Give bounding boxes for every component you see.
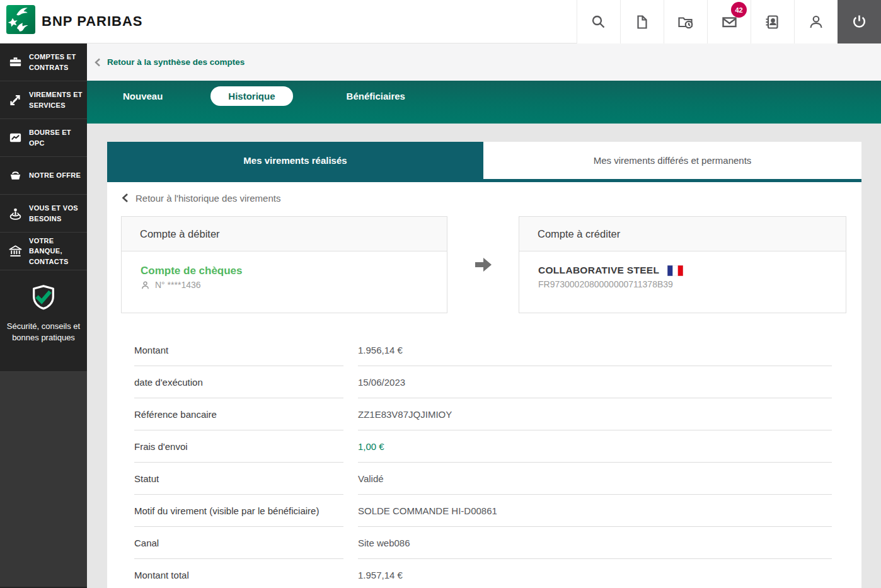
accounts-row: Compte à débiter Compte de chèques N° **… — [121, 216, 861, 313]
sidebar-item-label: VOUS ET VOS BESOINS — [29, 203, 83, 224]
document-icon — [634, 14, 650, 30]
sidebar-item-vous-et-vos-besoins[interactable]: VOUS ET VOS BESOINS — [0, 195, 87, 233]
credit-account-card: Compte à créditer COLLABORATIVE STEEL F — [519, 216, 846, 313]
beneficiary-name: COLLABORATIVE STEEL — [538, 265, 659, 276]
history-folder-button[interactable] — [664, 0, 707, 43]
detail-value: SOLDE COMMANDE HI-D00861 — [358, 495, 832, 527]
detail-row-canal: Canal Site web086 — [134, 527, 861, 559]
mail-badge: 42 — [731, 2, 747, 18]
person-icon — [141, 280, 150, 290]
search-icon — [590, 14, 607, 30]
user-icon — [808, 14, 824, 30]
stock-chart-icon — [8, 130, 23, 145]
sidebar-item-comptes-et-contrats[interactable]: COMPTES ET CONTRATS — [0, 43, 87, 81]
sidebar-footer-panel — [0, 372, 87, 587]
detail-label: Statut — [134, 463, 343, 495]
sidebar-item-bourse-et-opc[interactable]: BOURSE ET OPC — [0, 119, 87, 157]
content-panel: Mes virements réalisés Mes virements dif… — [107, 142, 861, 588]
detail-label: Montant total — [134, 559, 343, 588]
profile-button[interactable] — [794, 0, 838, 43]
bank-icon — [8, 244, 23, 258]
top-header: BNP PARIBAS 42 — [0, 0, 881, 43]
detail-row-date-execution: date d'exécution 15/06/2023 — [134, 366, 861, 398]
breadcrumb: Retour à la synthèse des comptes — [87, 43, 881, 81]
main-area: Retour à la synthèse des comptes Nouveau… — [87, 43, 881, 588]
beneficiary-iban: FR9730002080000000711378B39 — [538, 279, 846, 289]
folder-history-icon — [677, 14, 694, 30]
back-to-accounts-link[interactable]: Retour à la synthèse des comptes — [107, 57, 245, 67]
debit-card-title: Compte à débiter — [122, 217, 447, 251]
tab-virements-realises[interactable]: Mes virements réalisés — [107, 142, 483, 179]
sidebar: COMPTES ET CONTRATS VIREMENTS ET SERVICE… — [0, 43, 87, 588]
messages-button[interactable]: 42 — [707, 0, 751, 43]
transfer-direction — [447, 216, 519, 313]
subnav-item-historique-active[interactable]: Historique — [210, 86, 292, 106]
tab-bar: Mes virements réalisés Mes virements dif… — [107, 142, 861, 182]
detail-row-frais-envoi: Frais d'envoi 1,00 € — [134, 430, 861, 463]
sidebar-item-label: NOTRE OFFRE — [29, 170, 81, 181]
detail-label: Frais d'envoi — [134, 430, 343, 463]
back-to-history-link[interactable]: Retour à l'historique des virements — [121, 191, 861, 205]
search-button[interactable] — [577, 0, 620, 43]
shield-check-icon — [29, 283, 58, 313]
detail-label: Référence bancaire — [134, 398, 343, 430]
detail-value: Validé — [358, 463, 832, 495]
target-person-icon — [8, 206, 23, 221]
chevron-left-icon — [121, 193, 129, 203]
brand-name: BNP PARIBAS — [42, 13, 143, 30]
tab-virements-differes[interactable]: Mes virements différés et permanents — [483, 142, 861, 179]
debit-account-name: Compte de chèques — [141, 265, 447, 277]
detail-row-montant-total: Montant total 1.957,14 € — [134, 559, 861, 588]
detail-label: Montant — [134, 334, 343, 366]
power-icon — [851, 13, 868, 30]
detail-row-reference-bancaire: Référence bancaire ZZ1E83V87JQJIMIOY — [134, 398, 861, 430]
back-link-label: Retour à l'historique des virements — [135, 193, 280, 204]
sidebar-item-virements-et-services[interactable]: VIREMENTS ET SERVICES — [0, 81, 87, 119]
credit-card-title: Compte à créditer — [519, 217, 846, 251]
detail-value: 1,00 € — [358, 430, 832, 463]
content-background: Mes virements réalisés Mes virements dif… — [87, 124, 881, 588]
detail-value: ZZ1E83V87JQJIMIOY — [358, 398, 832, 430]
security-label: Sécurité, conseils et bonnes pratiques — [6, 321, 81, 343]
bnp-logo[interactable] — [6, 5, 35, 34]
sidebar-security-link[interactable]: Sécurité, conseils et bonnes pratiques — [0, 270, 87, 372]
debit-account-card: Compte à débiter Compte de chèques N° **… — [121, 216, 447, 313]
chevron-left-icon — [94, 58, 101, 67]
france-flag-icon — [667, 265, 683, 276]
detail-label: Motif du virement (visible par le bénéfi… — [134, 495, 343, 527]
subnav-item-nouveau[interactable]: Nouveau — [123, 91, 163, 101]
detail-row-montant: Montant 1.956,14 € — [134, 334, 861, 366]
detail-label: date d'exécution — [134, 366, 343, 398]
detail-value: 1.957,14 € — [358, 559, 832, 588]
sidebar-item-votre-banque-contacts[interactable]: VOTRE BANQUE, CONTACTS — [0, 233, 87, 270]
sidebar-item-label: COMPTES ET CONTRATS — [29, 52, 83, 72]
transfer-details: Montant 1.956,14 € date d'exécution 15/0… — [134, 334, 861, 588]
debit-account-number: N° ****1436 — [155, 280, 201, 290]
detail-value: 1.956,14 € — [358, 334, 832, 366]
arrow-right-icon — [474, 256, 493, 274]
detail-label: Canal — [134, 527, 343, 559]
sidebar-item-label: BOURSE ET OPC — [29, 127, 83, 148]
detail-value: 15/06/2023 — [358, 366, 832, 398]
briefcase-icon — [8, 55, 23, 69]
transfer-arrows-icon — [8, 93, 23, 107]
contact-card-icon — [764, 14, 781, 30]
basket-icon — [8, 168, 23, 183]
detail-row-motif: Motif du virement (visible par le bénéfi… — [134, 495, 861, 527]
detail-row-statut: Statut Validé — [134, 463, 861, 495]
contacts-button[interactable] — [751, 0, 794, 43]
subnav-item-beneficiaires[interactable]: Bénéficiaires — [347, 91, 405, 101]
documents-button[interactable] — [620, 0, 664, 43]
sidebar-item-notre-offre[interactable]: NOTRE OFFRE — [0, 157, 87, 195]
header-icon-strip: 42 — [577, 0, 881, 43]
sidebar-item-label: VIREMENTS ET SERVICES — [29, 89, 83, 110]
sidebar-item-label: VOTRE BANQUE, CONTACTS — [29, 236, 83, 267]
logout-button[interactable] — [838, 0, 881, 43]
detail-value: Site web086 — [358, 527, 832, 559]
transfer-subnav: Nouveau Historique Bénéficiaires — [87, 81, 881, 124]
